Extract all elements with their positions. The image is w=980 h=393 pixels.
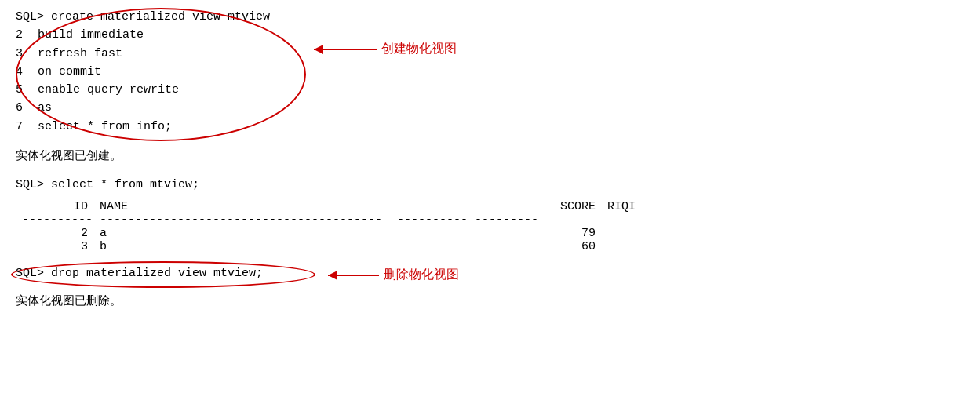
line-text-3: refresh fast bbox=[38, 45, 122, 63]
code-line-4: 4 on commit bbox=[16, 63, 964, 81]
create-annotation: 创建物化视图 bbox=[314, 41, 457, 57]
create-status-text: 实体化视图已创建。 bbox=[16, 148, 964, 163]
create-prompt-text: SQL> create materialized view mtview bbox=[16, 8, 270, 26]
code-line-5: 5 enable query rewrite bbox=[16, 81, 964, 99]
select-sql-block: SQL> select * from mtview; bbox=[16, 176, 964, 194]
line-num-5: 5 bbox=[16, 81, 38, 99]
code-line-7: 7 select * from info; bbox=[16, 118, 964, 136]
row2-score: 60 bbox=[537, 240, 600, 253]
col-header-riqi: RIQI bbox=[607, 200, 636, 213]
col-header-score: SCORE bbox=[537, 200, 600, 213]
table-row-1: 2 a 79 bbox=[16, 227, 964, 240]
code-line-6: 6 as bbox=[16, 99, 964, 117]
line-text-7: select * from info; bbox=[38, 118, 172, 136]
main-content: 创建物化视图 SQL> create materialized view mtv… bbox=[16, 8, 964, 308]
row1-name: a bbox=[100, 227, 194, 240]
line-text-5: enable query rewrite bbox=[38, 81, 179, 99]
create-prompt-line: SQL> create materialized view mtview bbox=[16, 8, 964, 26]
create-arrow-icon bbox=[314, 49, 377, 50]
row1-id: 2 bbox=[22, 227, 93, 240]
drop-annotation-label: 删除物化视图 bbox=[384, 267, 459, 283]
code-line-3: 3 refresh fast bbox=[16, 45, 964, 63]
line-num-3: 3 bbox=[16, 45, 38, 63]
table-separator: ---------- -----------------------------… bbox=[16, 213, 964, 227]
row1-score: 79 bbox=[537, 227, 600, 240]
row2-id: 3 bbox=[22, 240, 93, 253]
line-num-7: 7 bbox=[16, 118, 38, 136]
line-text-4: on commit bbox=[38, 63, 101, 81]
col-header-name: NAME bbox=[100, 200, 194, 213]
drop-sql-wrapper: SQL> drop materialized view mtview; 删除物化… bbox=[16, 264, 263, 282]
line-num-2: 2 bbox=[16, 26, 38, 44]
create-sql-block: SQL> create materialized view mtview 2 b… bbox=[16, 8, 964, 136]
drop-status-text: 实体化视图已删除。 bbox=[16, 293, 964, 308]
select-sql-line: SQL> select * from mtview; bbox=[16, 176, 964, 194]
col-header-id: ID bbox=[22, 200, 93, 213]
drop-arrow-icon bbox=[328, 275, 379, 276]
create-annotation-label: 创建物化视图 bbox=[381, 41, 457, 57]
line-num-6: 6 bbox=[16, 99, 38, 117]
separator-text: ---------- -----------------------------… bbox=[22, 213, 382, 227]
code-line-2: 2 build immediate bbox=[16, 26, 964, 44]
drop-sql-block: SQL> drop materialized view mtview; bbox=[16, 264, 263, 282]
drop-sql-line: SQL> drop materialized view mtview; bbox=[16, 264, 263, 282]
line-text-6: as bbox=[38, 99, 52, 117]
row2-name: b bbox=[100, 240, 194, 253]
line-num-4: 4 bbox=[16, 63, 38, 81]
query-results-table: ID NAME SCORE RIQI ---------- ----------… bbox=[16, 200, 964, 253]
line-text-2: build immediate bbox=[38, 26, 144, 44]
drop-annotation: 删除物化视图 bbox=[328, 267, 459, 283]
table-header: ID NAME SCORE RIQI bbox=[16, 200, 964, 213]
separator-text-2: ---------- --------- bbox=[389, 213, 538, 227]
table-row-2: 3 b 60 bbox=[16, 240, 964, 253]
drop-arrow-head bbox=[328, 271, 337, 280]
